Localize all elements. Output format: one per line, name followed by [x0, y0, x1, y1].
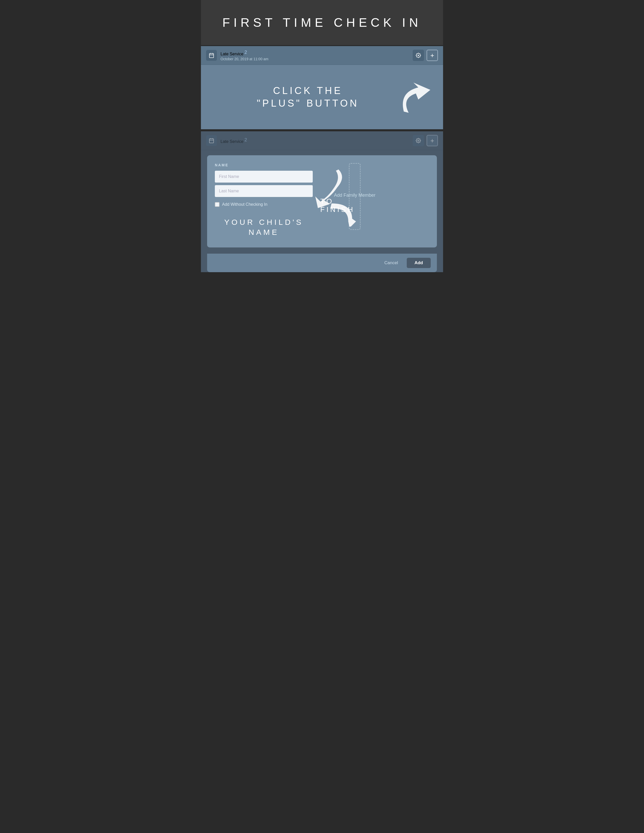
settings-button[interactable]: [413, 50, 424, 61]
childs-name-text: YOUR CHILD'S NAME: [215, 217, 313, 242]
form-footer: Cancel Add: [207, 254, 437, 272]
add-button[interactable]: +: [427, 50, 438, 61]
service-section: Late Service2 October 20, 2019 at 11:00 …: [201, 46, 443, 130]
svg-point-9: [418, 140, 419, 142]
form-overlay: NAME Add Without Checking In YOUR CHILD'…: [207, 155, 437, 248]
add-confirm-button[interactable]: Add: [407, 258, 431, 268]
add-button-2[interactable]: +: [427, 135, 438, 146]
calendar-icon-2: [206, 135, 217, 146]
calendar-icon: [206, 50, 217, 61]
settings-button-2[interactable]: [413, 135, 424, 146]
service-date: October 20, 2019 at 11:00 am: [221, 57, 269, 61]
service-info: Late Service2 October 20, 2019 at 11:00 …: [221, 50, 269, 61]
checkbox-row: Add Without Checking In: [215, 199, 313, 209]
svg-rect-0: [209, 53, 214, 58]
service-name: Late Service2: [221, 50, 269, 56]
form-left-panel: NAME Add Without Checking In YOUR CHILD'…: [215, 163, 313, 242]
add-without-checkin-checkbox[interactable]: [215, 202, 219, 207]
header-section: FIRST TIME CHECK IN: [201, 0, 443, 46]
form-service-bar: Late Service2 +: [201, 131, 443, 150]
service-name-2: Late Service2: [221, 137, 247, 144]
click-instruction-line2: "PLUS" BUTTON: [222, 97, 394, 110]
click-instruction-line1: CLICK THE: [222, 84, 394, 97]
page-title: FIRST TIME CHECK IN: [211, 16, 433, 30]
arrow-up-right-icon: [394, 78, 433, 116]
cancel-button[interactable]: Cancel: [379, 258, 403, 268]
arrow-down-curved-icon: [326, 201, 357, 227]
svg-rect-5: [209, 139, 214, 143]
service-bar-left: Late Service2 October 20, 2019 at 11:00 …: [206, 50, 413, 61]
last-name-input[interactable]: [215, 185, 313, 197]
service-bar: Late Service2 October 20, 2019 at 11:00 …: [201, 46, 443, 65]
click-instruction: CLICK THE "PLUS" BUTTON: [222, 84, 394, 110]
name-label: NAME: [215, 163, 313, 167]
first-name-input[interactable]: [215, 171, 313, 183]
click-instruction-area: CLICK THE "PLUS" BUTTON: [201, 65, 443, 129]
svg-point-4: [418, 55, 419, 56]
form-content: NAME Add Without Checking In YOUR CHILD'…: [215, 163, 429, 248]
service-info-2: Late Service2: [221, 137, 247, 144]
family-member-dashed-box: Add Family Member TO FINISH: [349, 163, 361, 230]
add-without-checkin-label: Add Without Checking In: [222, 202, 267, 207]
service-bar-right: +: [413, 50, 438, 61]
form-section: Late Service2 + NAME Ad: [201, 130, 443, 272]
